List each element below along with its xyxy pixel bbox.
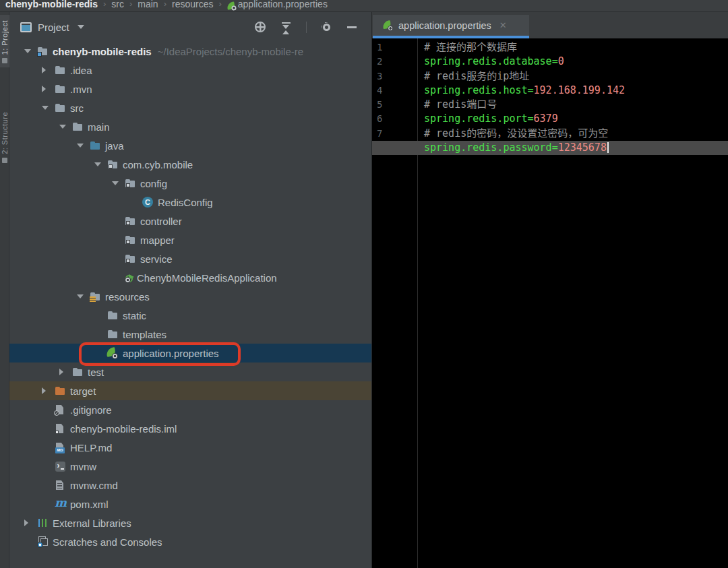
- source-folder-icon: [89, 139, 101, 152]
- tree-row--gitignore[interactable]: .gitignore: [9, 400, 371, 419]
- line-number: 2: [371, 55, 417, 69]
- stripe-tab-project[interactable]: 1: Project: [0, 15, 9, 67]
- scratches-icon: [36, 536, 49, 548]
- line-number: 6: [371, 112, 417, 126]
- spring-boot-icon: [125, 275, 133, 282]
- editor-area: application.properties ✕ 1# 连接的那个数据库2spr…: [371, 12, 728, 568]
- breadcrumb-item[interactable]: src: [111, 0, 124, 11]
- tree-collapse-arrow-icon[interactable]: [57, 125, 71, 129]
- project-path: ~/IdeaProjects/chenyb-mobile-re: [158, 46, 303, 57]
- tree-collapse-arrow-icon[interactable]: [74, 144, 89, 148]
- editor-line: 2spring.redis.database=0: [371, 55, 728, 69]
- code-segment-value: 12345678: [558, 141, 607, 154]
- tree-collapse-arrow-icon[interactable]: [109, 181, 124, 185]
- breadcrumb-item[interactable]: resources: [172, 0, 213, 11]
- tree-row-label: com.cyb.mobile: [123, 159, 193, 170]
- tree-row-help-md[interactable]: HELP.md: [9, 438, 371, 457]
- tree-row-redisconfig[interactable]: RedisConfig: [9, 193, 371, 212]
- tree-row-resources[interactable]: resources: [9, 287, 371, 306]
- tree-row-external-libraries[interactable]: External Libraries: [9, 513, 371, 532]
- ide-window: chenyb-mobile-redis›src›main›resources›a…: [0, 0, 728, 568]
- panel-editor-divider[interactable]: [371, 12, 372, 568]
- tree-expand-arrow-icon[interactable]: [39, 67, 54, 73]
- chevron-down-icon[interactable]: [78, 25, 84, 29]
- project-panel: Project chenyb-mobile-redis~/IdeaProject…: [9, 12, 371, 568]
- tree-collapse-arrow-icon[interactable]: [22, 49, 36, 53]
- tree-collapse-arrow-icon[interactable]: [39, 106, 54, 110]
- tree-expand-arrow-icon[interactable]: [39, 387, 54, 394]
- folder-icon: [107, 309, 119, 321]
- stripe-tab-project-label: 1: Project: [1, 20, 9, 55]
- tree-row-static[interactable]: static: [9, 306, 371, 325]
- tree-row-test[interactable]: test: [9, 362, 371, 381]
- breadcrumb-item[interactable]: main: [138, 0, 158, 11]
- code-segment-comment: # redis端口号: [424, 98, 497, 111]
- project-tree: chenyb-mobile-redis~/IdeaProjects/chenyb…: [9, 42, 371, 568]
- tree-row-mvnw-cmd[interactable]: mvnw.cmd: [9, 476, 371, 495]
- package-icon: [107, 158, 119, 170]
- line-number: 4: [371, 84, 417, 98]
- tree-row-application-properties[interactable]: application.properties: [9, 344, 371, 362]
- tree-row-label: src: [70, 102, 84, 114]
- code-segment-key: spring.redis.password=: [424, 141, 558, 154]
- tree-row-config[interactable]: config: [9, 174, 371, 193]
- settings-gear-icon[interactable]: [320, 20, 333, 34]
- tree-row--mvn[interactable]: .mvn: [9, 80, 371, 98]
- package-icon: [124, 234, 136, 246]
- tree-row-main[interactable]: main: [9, 117, 371, 136]
- tree-row-mvnw[interactable]: mvnw: [9, 457, 371, 476]
- tree-expand-arrow-icon[interactable]: [57, 369, 71, 375]
- gitignore-file-icon: [54, 404, 66, 416]
- tree-row-java[interactable]: java: [9, 136, 371, 155]
- package-icon: [124, 177, 136, 189]
- tree-row-label: service: [140, 253, 173, 265]
- tree-row-pom-xml[interactable]: pom.xml: [9, 495, 371, 513]
- tree-row-target[interactable]: target: [9, 381, 371, 400]
- structure-toolwindow-icon: [2, 158, 7, 163]
- code-editor[interactable]: 1# 连接的那个数据库2spring.redis.database=03# re…: [371, 38, 728, 155]
- hide-panel-icon[interactable]: [346, 20, 359, 34]
- markdown-file-icon: [54, 441, 66, 453]
- tree-row-controller[interactable]: controller: [9, 212, 371, 230]
- tree-row--idea[interactable]: .idea: [9, 61, 371, 80]
- tree-row-src[interactable]: src: [9, 98, 371, 117]
- header-separator: [306, 22, 307, 33]
- folder-icon: [54, 64, 66, 76]
- tree-row-chenybmobileredisapplication[interactable]: ChenybMobileRedisApplication: [9, 268, 371, 287]
- tree-row-label: chenyb-mobile-redis: [53, 46, 152, 57]
- close-icon[interactable]: ✕: [499, 20, 507, 30]
- project-panel-header: Project: [9, 12, 371, 42]
- tree-row-label: External Libraries: [53, 517, 131, 529]
- maven-file-icon: [54, 498, 66, 510]
- iml-file-icon: [54, 422, 66, 435]
- tree-row-mapper[interactable]: mapper: [9, 230, 371, 249]
- stripe-tab-structure[interactable]: 2: Structure: [0, 106, 9, 167]
- code-segment-comment: # redis服务的ip地址: [424, 70, 529, 82]
- breadcrumb-item[interactable]: application.properties: [238, 0, 328, 11]
- module-folder-icon: [36, 45, 49, 57]
- code-segment-comment: # 连接的那个数据库: [424, 41, 517, 53]
- breadcrumb-separator: ›: [164, 0, 166, 11]
- tree-row-com-cyb-mobile[interactable]: com.cyb.mobile: [9, 155, 371, 174]
- code-segment-comment: # redis的密码，没设置过密码，可为空: [424, 127, 608, 139]
- editor-line: 5# redis端口号: [371, 98, 728, 112]
- tree-expand-arrow-icon[interactable]: [22, 519, 36, 526]
- tree-row-label: static: [123, 310, 146, 321]
- tree-row-chenyb-mobile-redis[interactable]: chenyb-mobile-redis~/IdeaProjects/chenyb…: [9, 42, 371, 61]
- stripe-tab-structure-label: 2: Structure: [1, 112, 9, 154]
- line-number: 5: [371, 98, 417, 112]
- breadcrumb-item[interactable]: chenyb-mobile-redis: [5, 0, 98, 11]
- tree-row-service[interactable]: service: [9, 249, 371, 268]
- text-file-icon: [54, 479, 66, 491]
- tree-row-templates[interactable]: templates: [9, 325, 371, 344]
- spring-properties-icon: [107, 347, 119, 359]
- tab-application-properties[interactable]: application.properties ✕: [373, 15, 529, 38]
- tree-collapse-arrow-icon[interactable]: [74, 294, 89, 298]
- tree-row-chenyb-mobile-redis-iml[interactable]: chenyb-mobile-redis.iml: [9, 419, 371, 438]
- folder-icon: [71, 121, 84, 133]
- tree-collapse-arrow-icon[interactable]: [92, 162, 107, 166]
- collapse-all-icon[interactable]: [280, 20, 293, 34]
- tree-expand-arrow-icon[interactable]: [39, 86, 54, 92]
- locate-icon[interactable]: [253, 20, 267, 34]
- tree-row-scratches-and-consoles[interactable]: Scratches and Consoles: [9, 532, 371, 551]
